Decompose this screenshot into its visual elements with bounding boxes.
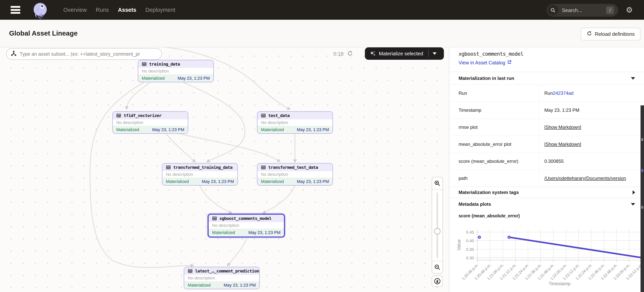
materialize-selected-button[interactable]: Materialize selected (365, 47, 444, 60)
asset-node-header: transformed_test_data (258, 164, 332, 171)
zoom-slider-handle[interactable] (434, 228, 440, 234)
edge-training_data-to-transformed_training_data (184, 82, 245, 162)
section-materialization-system-tags[interactable]: Materialization system tags (449, 187, 644, 198)
page-header: Global Asset Lineage Reload definitions (0, 20, 644, 47)
row-label: score (mean_absolute_error) (449, 153, 539, 170)
materialization-table: RunRun 242374adTimestampMay 23, 1:23 PMr… (449, 85, 644, 187)
asset-node-header: transformed_training_data (162, 164, 238, 171)
asset-node-header: latest_…_comment_predictions (184, 267, 259, 274)
edge-xgboost_comments_model-to-latest_…_comment_predictions (228, 238, 247, 265)
row-label: Run (449, 85, 539, 102)
asset-name: test_data (268, 113, 290, 118)
menu-icon[interactable] (10, 6, 20, 14)
asset-node-transformed_training_data[interactable]: transformed_training_dataNo descriptionM… (162, 163, 238, 186)
asset-node-transformed_test_data[interactable]: transformed_test_dataNo descriptionMater… (257, 163, 333, 186)
svg-text:0.35: 0.35 (466, 247, 474, 251)
asset-node-latest_comment_predictions[interactable]: latest_…_comment_predictionsNo descripti… (184, 267, 260, 289)
asset-node-header: xgboost_comments_model (208, 215, 284, 222)
materialization-time: May 23, 1:23 PM (202, 179, 234, 184)
nav-item-runs[interactable]: Runs (96, 7, 109, 13)
asset-subset-input[interactable] (19, 51, 154, 57)
zoom-slider[interactable] (432, 190, 442, 261)
metadata-plot-title: score (mean_absolute_error) (458, 213, 520, 218)
asset-node-footer: MaterializedMay 23, 1:23 PM (208, 229, 284, 236)
section-label: Metadata plots (458, 201, 491, 207)
value-link[interactable]: [Show Markdown] (544, 142, 581, 147)
screen-edge-artifact (640, 105, 644, 292)
value-text: May 23, 1:23 PM (544, 108, 579, 113)
edge-tfidf_vectorizer-to-transformed_test_data (180, 134, 280, 161)
asset-name: tfidf_vectorizer (124, 113, 162, 118)
materialized-status: Materialized (261, 127, 284, 132)
asset-node-footer: MaterializedMay 23, 1:23 PM (258, 178, 332, 185)
asset-node-footer: MaterializedMay 23, 1:23 PM (138, 75, 213, 82)
reload-definitions-button[interactable]: Reload definitions (581, 28, 640, 41)
edge-transformed_test_data-to-xgboost_comments_model (263, 186, 295, 213)
asset-filter-box[interactable] (6, 48, 162, 60)
svg-text:0.45: 0.45 (466, 230, 474, 234)
asset-node-footer: MaterializedMay 23, 1:23 PM (184, 281, 259, 289)
zoom-controls (432, 177, 443, 274)
refresh-icon[interactable] (347, 51, 353, 58)
asset-node-test_data[interactable]: test_dataNo descriptionMaterializedMay 2… (257, 111, 333, 134)
asset-node-xgboost_comments_model[interactable]: xgboost_comments_modelNo descriptionMate… (208, 214, 285, 237)
row-value: [Show Markdown] (539, 136, 644, 153)
materialize-label: Materialize selected (379, 51, 423, 57)
catalog-link-label: View in Asset Catalog (458, 60, 505, 66)
table-row: path/Users/odetteharary/Documents/versio… (449, 170, 644, 187)
value-text: 0.300855 (544, 159, 564, 164)
zoom-slider-track[interactable] (436, 192, 438, 258)
dagster-logo[interactable] (31, 1, 50, 20)
search-placeholder: Search... (562, 7, 606, 13)
reload-label: Reload definitions (595, 31, 635, 37)
search-shortcut-badge: / (606, 7, 614, 14)
materialized-status: Materialized (142, 76, 165, 81)
chevron-down-icon (631, 203, 635, 206)
asset-lineage-graph[interactable]: training_dataNo descriptionMaterializedM… (0, 47, 449, 292)
value-link[interactable]: [Show Markdown] (544, 125, 581, 130)
section-metadata-plots[interactable]: Metadata plots (449, 198, 644, 210)
asset-node-footer: MaterializedMay 23, 1:23 PM (162, 178, 238, 185)
zoom-out-button[interactable] (432, 261, 442, 273)
value-text: Run (544, 91, 553, 96)
value-link[interactable]: /Users/odetteharary/Documents/version (544, 176, 626, 181)
materialize-dropdown-caret[interactable] (433, 52, 436, 55)
table-icon (261, 113, 266, 118)
asset-node-tfidf_vectorizer[interactable]: tfidf_vectorizerNo descriptionMaterializ… (112, 111, 188, 134)
nav-item-assets[interactable]: Assets (118, 7, 136, 13)
materialization-time: May 23, 1:23 PM (224, 283, 256, 288)
materialization-time: May 23, 1:23 PM (297, 179, 329, 184)
edge-transformed_training_data-to-xgboost_comments_model (200, 186, 232, 213)
asset-node-training_data[interactable]: training_dataNo descriptionMaterializedM… (138, 60, 214, 82)
section-label: Materialization in last run (458, 76, 514, 81)
row-label: rmse plot (449, 119, 539, 136)
button-divider (428, 50, 429, 58)
asset-description: No description (184, 274, 259, 281)
asset-name: transformed_training_data (173, 165, 232, 170)
settings-gear-icon[interactable]: ⚙ (626, 5, 633, 15)
row-value: [Show Markdown] (539, 119, 644, 136)
table-row: score (mean_absolute_error)0.300855 (449, 153, 644, 170)
materialized-status: Materialized (188, 283, 211, 288)
nav-item-deployment[interactable]: Deployment (146, 7, 176, 13)
main-nav-items: Overview Runs Assets Deployment (63, 0, 175, 20)
row-label: Timestamp (449, 102, 539, 119)
nav-item-overview[interactable]: Overview (63, 7, 87, 13)
table-icon (188, 268, 192, 273)
asset-name: training_data (149, 62, 180, 67)
section-materialization-last-run[interactable]: Materialization in last run (449, 72, 644, 85)
value-link[interactable]: 242374ad (553, 91, 574, 96)
table-row: RunRun 242374ad (449, 85, 644, 102)
global-search[interactable]: Search... / (547, 4, 618, 17)
svg-text:Value: Value (456, 239, 462, 250)
zoom-in-button[interactable] (432, 177, 442, 190)
table-row: TimestampMay 23, 1:23 PM (449, 102, 644, 119)
reload-icon (587, 31, 592, 38)
recenter-download-button[interactable] (432, 275, 443, 287)
countdown-value: 0:18 (334, 51, 344, 57)
graph-refresh-countdown: 0:18 (334, 51, 353, 58)
materialization-time: May 23, 1:23 PM (248, 230, 280, 235)
top-nav: Overview Runs Assets Deployment Search..… (0, 0, 644, 20)
row-value: 0.300855 (539, 153, 644, 170)
view-in-asset-catalog-link[interactable]: View in Asset Catalog (458, 60, 512, 66)
